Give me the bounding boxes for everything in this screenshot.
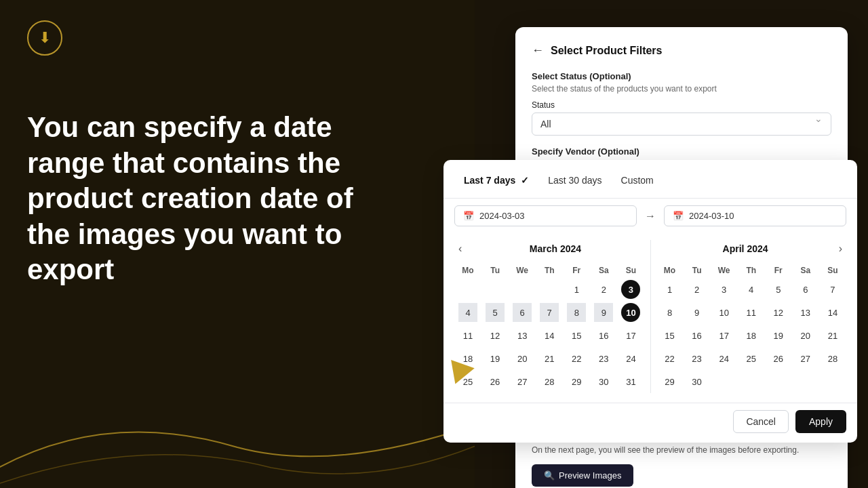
vendor-section: Specify Vendor (Optional) Last 7 days ✓ …: [532, 146, 831, 157]
date-range-arrow-icon: →: [645, 210, 656, 222]
march-day-9[interactable]: 9: [594, 303, 613, 322]
march-day-15[interactable]: 15: [567, 326, 586, 345]
march-grid: Mo Tu We Th Fr Sa Su: [454, 263, 645, 393]
april-day-27[interactable]: 27: [796, 349, 815, 368]
april-day-19[interactable]: 19: [769, 326, 788, 345]
april-day-1[interactable]: 1: [660, 280, 679, 299]
april-day-26[interactable]: 26: [769, 349, 788, 368]
preset-last7days-label: Last 7 days: [464, 175, 515, 186]
april-title: April 2024: [656, 243, 835, 254]
back-button[interactable]: ←: [532, 43, 544, 58]
april-day-14[interactable]: 14: [823, 303, 842, 322]
march-day-30[interactable]: 30: [594, 372, 613, 391]
march-day-8[interactable]: 8: [567, 303, 586, 322]
march-day-14[interactable]: 14: [540, 326, 559, 345]
product-filters-panel: ← Select Product Filters Select Status (…: [515, 27, 848, 488]
april-day-25[interactable]: 25: [742, 349, 761, 368]
march-day-17[interactable]: 17: [621, 326, 640, 345]
april-day-12[interactable]: 12: [769, 303, 788, 322]
april-day-21[interactable]: 21: [823, 326, 842, 345]
march-day-2[interactable]: 2: [594, 280, 613, 299]
panel-header: ← Select Product Filters: [532, 43, 831, 58]
april-day-4[interactable]: 4: [742, 280, 761, 299]
status-value: All: [540, 119, 551, 129]
march-day-3[interactable]: 3: [621, 280, 640, 299]
march-day-13[interactable]: 13: [513, 326, 532, 345]
april-day-29[interactable]: 29: [660, 372, 679, 391]
april-day-13[interactable]: 13: [796, 303, 815, 322]
march-col-sa: Sa: [590, 263, 617, 278]
march-day-16[interactable]: 16: [594, 326, 613, 345]
start-date-input[interactable]: 📅 2024-03-03: [454, 205, 637, 226]
april-day-10[interactable]: 10: [715, 303, 734, 322]
status-section: Select Status (Optional) Select the stat…: [532, 71, 831, 136]
datepicker-footer: Cancel Apply: [443, 403, 857, 443]
end-date-input[interactable]: 📅 2024-03-10: [664, 205, 846, 226]
preview-btn-label: Preview Images: [559, 470, 621, 481]
preset-last7days[interactable]: Last 7 days ✓: [454, 169, 538, 191]
calendar-divider: [650, 240, 651, 393]
start-date-value: 2024-03-03: [479, 211, 525, 221]
april-day-30[interactable]: 30: [688, 372, 707, 391]
march-day-23[interactable]: 23: [594, 349, 613, 368]
march-day-5[interactable]: 5: [486, 303, 505, 322]
preset-last30days[interactable]: Last 30 days: [538, 169, 611, 191]
april-next-button[interactable]: ›: [835, 240, 846, 258]
vendor-label: Specify Vendor (Optional): [532, 146, 831, 157]
march-col-su: Su: [617, 263, 644, 278]
april-day-2[interactable]: 2: [688, 280, 707, 299]
preset-custom[interactable]: Custom: [612, 169, 663, 191]
march-day-28[interactable]: 28: [540, 372, 559, 391]
april-col-th: Th: [738, 263, 765, 278]
end-date-value: 2024-03-10: [689, 211, 734, 221]
apply-button[interactable]: Apply: [795, 410, 846, 433]
status-field-label: Status: [532, 100, 831, 110]
march-day-31[interactable]: 31: [621, 372, 640, 391]
march-day-29[interactable]: 29: [567, 372, 586, 391]
april-day-5[interactable]: 5: [769, 280, 788, 299]
april-day-17[interactable]: 17: [715, 326, 734, 345]
march-day-12[interactable]: 12: [486, 326, 505, 345]
march-col-tu: Tu: [481, 263, 509, 278]
april-day-3[interactable]: 3: [715, 280, 734, 299]
march-day-27[interactable]: 27: [513, 372, 532, 391]
april-day-28[interactable]: 28: [823, 349, 842, 368]
march-day-4[interactable]: 4: [458, 303, 477, 322]
march-day-22[interactable]: 22: [567, 349, 586, 368]
march-day-20[interactable]: 20: [513, 349, 532, 368]
table-row: 22 23 24 25 26 27 28: [656, 347, 847, 370]
march-day-6[interactable]: 6: [513, 303, 532, 322]
march-day-19[interactable]: 19: [486, 349, 505, 368]
april-day-16[interactable]: 16: [688, 326, 707, 345]
status-select-wrapper: Status All ⌄: [532, 100, 831, 136]
preview-images-button[interactable]: 🔍 Preview Images: [532, 464, 633, 487]
march-day-10[interactable]: 10: [621, 303, 640, 322]
april-day-7[interactable]: 7: [823, 280, 842, 299]
march-day-26[interactable]: 26: [486, 372, 505, 391]
april-day-8[interactable]: 8: [660, 303, 679, 322]
april-day-22[interactable]: 22: [660, 349, 679, 368]
preview-desc-line2: On the next page, you will see the previ…: [532, 445, 799, 455]
april-day-20[interactable]: 20: [796, 326, 815, 345]
april-day-18[interactable]: 18: [742, 326, 761, 345]
april-day-11[interactable]: 11: [742, 303, 761, 322]
march-title: March 2024: [466, 243, 644, 254]
march-calendar: ‹ March 2024 Mo Tu We Th Fr Sa: [454, 240, 645, 393]
march-day-24[interactable]: 24: [621, 349, 640, 368]
cancel-button[interactable]: Cancel: [733, 410, 789, 433]
march-day-7[interactable]: 7: [540, 303, 559, 322]
hero-text: You can specify a date range that contai…: [27, 110, 366, 288]
april-day-6[interactable]: 6: [796, 280, 815, 299]
april-header: April 2024 ›: [656, 240, 847, 258]
april-day-23[interactable]: 23: [688, 349, 707, 368]
april-day-15[interactable]: 15: [660, 326, 679, 345]
march-day-21[interactable]: 21: [540, 349, 559, 368]
april-day-9[interactable]: 9: [688, 303, 707, 322]
table-row: 25 26 27 28 29 30 31: [454, 370, 645, 393]
march-prev-button[interactable]: ‹: [454, 240, 466, 258]
april-day-24[interactable]: 24: [715, 349, 734, 368]
status-dropdown[interactable]: All ⌄: [532, 113, 831, 136]
march-day-1[interactable]: 1: [567, 280, 586, 299]
logo-icon: ⬇: [39, 29, 51, 47]
march-day-11[interactable]: 11: [458, 326, 477, 345]
